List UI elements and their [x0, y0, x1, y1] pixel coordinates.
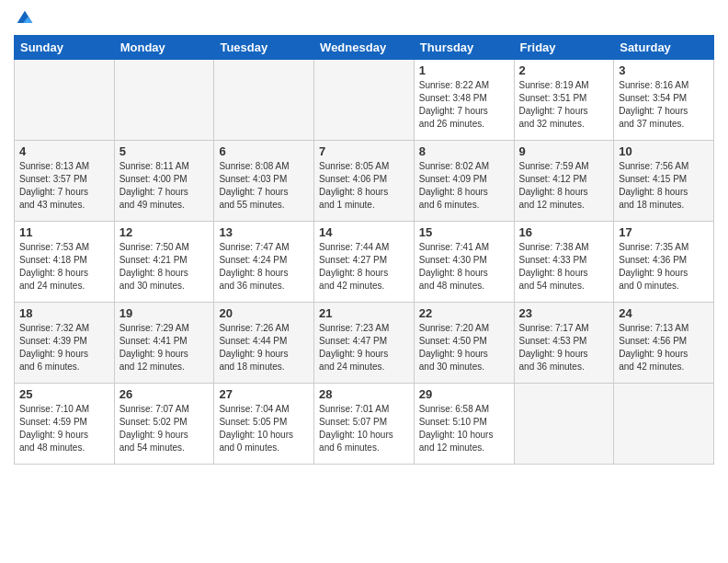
day-detail: Sunrise: 7:35 AM Sunset: 4:36 PM Dayligh…	[619, 241, 709, 293]
day-number: 25	[19, 387, 109, 401]
day-detail: Sunrise: 7:47 AM Sunset: 4:24 PM Dayligh…	[219, 241, 309, 293]
day-detail: Sunrise: 7:20 AM Sunset: 4:50 PM Dayligh…	[419, 322, 509, 373]
day-number: 26	[119, 387, 210, 401]
day-cell: 15Sunrise: 7:41 AM Sunset: 4:30 PM Dayli…	[414, 222, 514, 303]
day-cell	[314, 60, 415, 141]
day-number: 15	[419, 225, 509, 239]
day-number: 7	[319, 144, 409, 158]
day-cell: 13Sunrise: 7:47 AM Sunset: 4:24 PM Dayli…	[214, 222, 314, 303]
day-cell: 25Sunrise: 7:10 AM Sunset: 4:59 PM Dayli…	[15, 384, 115, 465]
calendar-table: SundayMondayTuesdayWednesdayThursdayFrid…	[14, 35, 714, 465]
day-detail: Sunrise: 7:26 AM Sunset: 4:44 PM Dayligh…	[219, 322, 309, 373]
day-detail: Sunrise: 7:50 AM Sunset: 4:21 PM Dayligh…	[119, 241, 210, 293]
day-cell: 1Sunrise: 8:22 AM Sunset: 3:48 PM Daylig…	[414, 60, 514, 141]
day-detail: Sunrise: 7:07 AM Sunset: 5:02 PM Dayligh…	[119, 403, 210, 454]
day-detail: Sunrise: 6:58 AM Sunset: 5:10 PM Dayligh…	[419, 403, 509, 454]
day-cell: 26Sunrise: 7:07 AM Sunset: 5:02 PM Dayli…	[114, 384, 214, 465]
day-cell: 16Sunrise: 7:38 AM Sunset: 4:33 PM Dayli…	[514, 222, 614, 303]
day-cell: 10Sunrise: 7:56 AM Sunset: 4:15 PM Dayli…	[614, 141, 714, 222]
day-number: 17	[619, 225, 709, 239]
day-detail: Sunrise: 7:01 AM Sunset: 5:07 PM Dayligh…	[319, 403, 409, 454]
day-cell: 24Sunrise: 7:13 AM Sunset: 4:56 PM Dayli…	[614, 303, 714, 384]
day-detail: Sunrise: 7:10 AM Sunset: 4:59 PM Dayligh…	[19, 403, 109, 454]
day-number: 16	[519, 225, 609, 239]
day-detail: Sunrise: 7:23 AM Sunset: 4:47 PM Dayligh…	[319, 322, 409, 373]
day-number: 14	[319, 225, 409, 239]
week-row-3: 11Sunrise: 7:53 AM Sunset: 4:18 PM Dayli…	[15, 222, 714, 303]
day-number: 1	[419, 63, 509, 77]
day-cell	[614, 384, 714, 465]
col-header-tuesday: Tuesday	[214, 36, 314, 60]
day-number: 6	[219, 144, 309, 158]
day-cell: 22Sunrise: 7:20 AM Sunset: 4:50 PM Dayli…	[414, 303, 514, 384]
day-number: 13	[219, 225, 309, 239]
day-detail: Sunrise: 7:13 AM Sunset: 4:56 PM Dayligh…	[619, 322, 709, 373]
col-header-sunday: Sunday	[15, 36, 115, 60]
day-number: 12	[119, 225, 210, 239]
day-cell	[214, 60, 314, 141]
day-cell: 8Sunrise: 8:02 AM Sunset: 4:09 PM Daylig…	[414, 141, 514, 222]
day-cell: 23Sunrise: 7:17 AM Sunset: 4:53 PM Dayli…	[514, 303, 614, 384]
col-header-friday: Friday	[514, 36, 614, 60]
day-cell: 21Sunrise: 7:23 AM Sunset: 4:47 PM Dayli…	[314, 303, 415, 384]
day-cell: 20Sunrise: 7:26 AM Sunset: 4:44 PM Dayli…	[214, 303, 314, 384]
day-number: 2	[519, 63, 609, 77]
day-detail: Sunrise: 8:16 AM Sunset: 3:54 PM Dayligh…	[619, 79, 709, 131]
day-number: 3	[619, 63, 709, 77]
day-number: 19	[119, 306, 210, 320]
day-cell: 7Sunrise: 8:05 AM Sunset: 4:06 PM Daylig…	[314, 141, 415, 222]
day-detail: Sunrise: 7:53 AM Sunset: 4:18 PM Dayligh…	[19, 241, 109, 293]
day-number: 10	[619, 144, 709, 158]
day-cell: 18Sunrise: 7:32 AM Sunset: 4:39 PM Dayli…	[15, 303, 115, 384]
day-cell: 19Sunrise: 7:29 AM Sunset: 4:41 PM Dayli…	[114, 303, 214, 384]
day-cell: 3Sunrise: 8:16 AM Sunset: 3:54 PM Daylig…	[614, 60, 714, 141]
day-cell: 11Sunrise: 7:53 AM Sunset: 4:18 PM Dayli…	[15, 222, 115, 303]
logo	[14, 9, 34, 28]
col-header-monday: Monday	[114, 36, 214, 60]
day-number: 22	[419, 306, 509, 320]
day-cell: 5Sunrise: 8:11 AM Sunset: 4:00 PM Daylig…	[114, 141, 214, 222]
day-cell: 4Sunrise: 8:13 AM Sunset: 3:57 PM Daylig…	[15, 141, 115, 222]
day-detail: Sunrise: 7:44 AM Sunset: 4:27 PM Dayligh…	[319, 241, 409, 293]
day-number: 28	[319, 387, 409, 401]
day-detail: Sunrise: 7:29 AM Sunset: 4:41 PM Dayligh…	[119, 322, 210, 373]
day-detail: Sunrise: 7:38 AM Sunset: 4:33 PM Dayligh…	[519, 241, 609, 293]
day-cell	[15, 60, 115, 141]
day-cell: 12Sunrise: 7:50 AM Sunset: 4:21 PM Dayli…	[114, 222, 214, 303]
week-row-2: 4Sunrise: 8:13 AM Sunset: 3:57 PM Daylig…	[15, 141, 714, 222]
day-detail: Sunrise: 7:32 AM Sunset: 4:39 PM Dayligh…	[19, 322, 109, 373]
day-number: 9	[519, 144, 609, 158]
day-cell: 28Sunrise: 7:01 AM Sunset: 5:07 PM Dayli…	[314, 384, 415, 465]
day-detail: Sunrise: 8:13 AM Sunset: 3:57 PM Dayligh…	[19, 160, 109, 212]
week-row-1: 1Sunrise: 8:22 AM Sunset: 3:48 PM Daylig…	[15, 60, 714, 141]
day-detail: Sunrise: 8:19 AM Sunset: 3:51 PM Dayligh…	[519, 79, 609, 131]
day-number: 24	[619, 306, 709, 320]
col-header-thursday: Thursday	[414, 36, 514, 60]
day-detail: Sunrise: 7:41 AM Sunset: 4:30 PM Dayligh…	[419, 241, 509, 293]
day-cell: 27Sunrise: 7:04 AM Sunset: 5:05 PM Dayli…	[214, 384, 314, 465]
day-cell	[114, 60, 214, 141]
day-cell: 29Sunrise: 6:58 AM Sunset: 5:10 PM Dayli…	[414, 384, 514, 465]
day-number: 23	[519, 306, 609, 320]
day-cell: 17Sunrise: 7:35 AM Sunset: 4:36 PM Dayli…	[614, 222, 714, 303]
day-detail: Sunrise: 7:56 AM Sunset: 4:15 PM Dayligh…	[619, 160, 709, 212]
day-number: 20	[219, 306, 309, 320]
day-cell: 14Sunrise: 7:44 AM Sunset: 4:27 PM Dayli…	[314, 222, 415, 303]
day-number: 21	[319, 306, 409, 320]
day-detail: Sunrise: 8:22 AM Sunset: 3:48 PM Dayligh…	[419, 79, 509, 131]
logo-icon	[16, 9, 34, 28]
day-number: 5	[119, 144, 210, 158]
calendar-header-row: SundayMondayTuesdayWednesdayThursdayFrid…	[15, 36, 714, 60]
week-row-4: 18Sunrise: 7:32 AM Sunset: 4:39 PM Dayli…	[15, 303, 714, 384]
col-header-saturday: Saturday	[614, 36, 714, 60]
week-row-5: 25Sunrise: 7:10 AM Sunset: 4:59 PM Dayli…	[15, 384, 714, 465]
day-detail: Sunrise: 7:59 AM Sunset: 4:12 PM Dayligh…	[519, 160, 609, 212]
day-detail: Sunrise: 8:08 AM Sunset: 4:03 PM Dayligh…	[219, 160, 309, 212]
day-detail: Sunrise: 8:02 AM Sunset: 4:09 PM Dayligh…	[419, 160, 509, 212]
col-header-wednesday: Wednesday	[314, 36, 415, 60]
day-detail: Sunrise: 7:04 AM Sunset: 5:05 PM Dayligh…	[219, 403, 309, 454]
day-number: 11	[19, 225, 109, 239]
day-number: 27	[219, 387, 309, 401]
day-cell	[514, 384, 614, 465]
day-cell: 9Sunrise: 7:59 AM Sunset: 4:12 PM Daylig…	[514, 141, 614, 222]
